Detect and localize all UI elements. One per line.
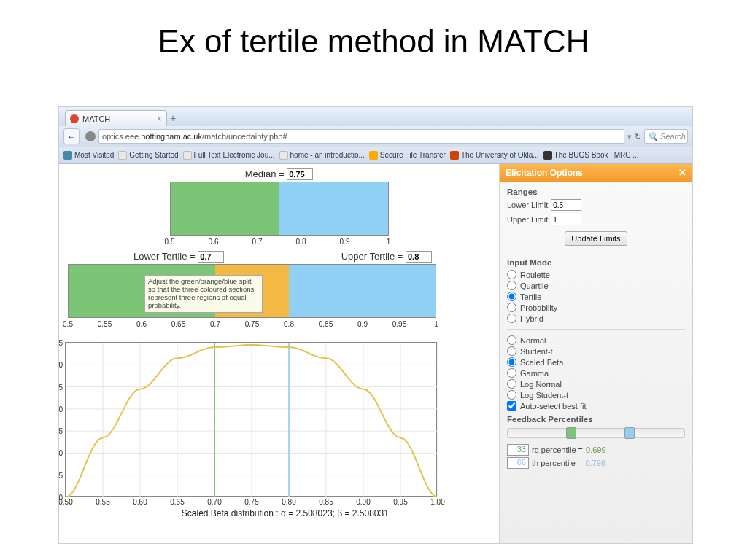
upper-tertile-label: Upper Tertile = (341, 251, 403, 262)
radio-input[interactable] (507, 335, 516, 345)
tertile-blue-segment[interactable] (289, 265, 436, 317)
auto-select-fit[interactable]: Auto-select best fit (507, 401, 685, 411)
percentile-slider[interactable] (507, 428, 685, 438)
slide-title: Ex of tertile method in MATCH (0, 0, 747, 66)
dist-gamma[interactable]: Gamma (507, 368, 685, 378)
median-band[interactable] (170, 182, 389, 236)
dist-scaled-beta[interactable]: Scaled Beta (507, 357, 685, 367)
input-mode-title: Input Mode (507, 258, 685, 267)
dist-normal[interactable]: Normal (507, 335, 685, 345)
mode-quartile[interactable]: Quartile (507, 281, 685, 290)
bookmark-item[interactable]: Getting Started (118, 151, 178, 160)
mode-roulette[interactable]: Roulette (507, 270, 685, 279)
bookmark-most-visited[interactable]: Most Visited (63, 151, 114, 160)
bookmark-item[interactable]: The BUGS Book | MRC ... (543, 151, 639, 160)
ranges-title: Ranges (507, 187, 685, 196)
upper-tertile-input[interactable] (406, 251, 432, 262)
tertile-tooltip: Adjust the green/orange/blue split so th… (144, 275, 263, 313)
site-icon (450, 151, 459, 160)
page-icon (63, 151, 72, 160)
options-sidebar: Elicitation Options ✕ Ranges Lower Limit… (499, 164, 692, 543)
radio-input[interactable] (507, 292, 516, 301)
pct1-suffix: rd percentile = (532, 446, 583, 454)
x-tick-label: 0.60 (133, 498, 147, 506)
radio-input[interactable] (507, 368, 516, 378)
y-tick-label: 0.5 (58, 471, 63, 479)
y-tick-label: 1.0 (58, 449, 63, 457)
dist-log-normal[interactable]: Log Normal (507, 379, 685, 389)
mode-probability[interactable]: Probability (507, 303, 685, 312)
page-icon (183, 151, 192, 160)
bookmark-item[interactable]: Full Text Electronic Jou... (183, 151, 275, 160)
slider-handle-lower[interactable] (566, 427, 576, 439)
panel-close-icon[interactable]: ✕ (678, 167, 686, 178)
slider-handle-upper[interactable] (624, 427, 635, 439)
median-label: Median = (245, 168, 285, 179)
mode-hybrid[interactable]: Hybrid (507, 314, 685, 323)
tab-close-icon[interactable]: × (157, 114, 162, 124)
x-tick-label: 0.90 (356, 498, 370, 506)
mode-tertile[interactable]: Tertile (507, 292, 685, 301)
distribution-caption: Scaled Beta distribution : α = 2.508023;… (80, 508, 493, 518)
pct1-input[interactable]: 33 (507, 444, 529, 456)
dist-student-t[interactable]: Student-t (507, 346, 685, 356)
update-limits-button[interactable]: Update Limits (565, 231, 627, 246)
median-green-segment[interactable] (171, 182, 279, 235)
x-tick-label: 0.65 (170, 498, 184, 506)
pct1-value: 0.699 (586, 446, 606, 454)
pct2-suffix: th percentile = (532, 459, 582, 467)
browser-window: MATCH × + ← optics.eee.nottingham.ac.uk/… (58, 106, 693, 544)
x-tick-label: 0.80 (282, 498, 295, 506)
site-identity-icon[interactable] (85, 131, 96, 141)
page-icon (279, 151, 288, 160)
bookmark-item[interactable]: Secure File Transfer (369, 151, 446, 160)
divider (507, 252, 685, 252)
radio-input[interactable] (507, 346, 516, 356)
arrow-icon (369, 151, 378, 160)
browser-tab[interactable]: MATCH × (65, 110, 167, 126)
slide-root: Ex of tertile method in MATCH MATCH × + … (0, 0, 747, 560)
tab-favicon-icon (70, 114, 79, 123)
bookmark-item[interactable]: home - an introductio... (279, 151, 365, 160)
pct2-input[interactable]: 66 (507, 457, 529, 469)
median-input[interactable] (287, 168, 313, 180)
radio-input[interactable] (507, 357, 516, 367)
reload-button[interactable]: ↻ (635, 132, 641, 141)
x-tick-label: 0.55 (96, 498, 109, 506)
density-chart: 0.00.51.01.52.02.53.03.50.500.550.600.65… (65, 342, 437, 497)
x-tick-label: 0.95 (393, 498, 407, 506)
bookmark-bar: Most Visited Getting Started Full Text E… (59, 147, 692, 164)
back-button[interactable]: ← (63, 128, 80, 144)
radio-input[interactable] (507, 314, 516, 323)
url-input[interactable]: optics.eee.nottingham.ac.uk/match/uncert… (98, 129, 624, 144)
radio-input[interactable] (507, 270, 516, 279)
radio-input[interactable] (507, 281, 516, 290)
main-panel: Median = 0.50.60.70.80.91 Lower Tertile … (59, 164, 499, 543)
upper-limit-input[interactable] (551, 214, 581, 225)
lower-limit-input[interactable] (551, 199, 581, 211)
search-placeholder: Search (660, 132, 686, 141)
dropdown-icon[interactable]: ▾ (627, 132, 632, 141)
checkbox-input[interactable] (507, 401, 516, 411)
url-text: optics.eee.nottingham.ac.uk/match/uncert… (102, 132, 287, 141)
tertile-axis: 0.50.550.60.650.70.750.80.850.90.951 (68, 320, 436, 329)
y-tick-label: 3.0 (58, 361, 63, 369)
radio-input[interactable] (507, 303, 516, 312)
upper-limit-label: Upper Limit (507, 215, 548, 224)
radio-input[interactable] (507, 379, 516, 389)
tertile-band[interactable]: Adjust the green/orange/blue split so th… (68, 264, 436, 318)
x-tick-label: 0.75 (244, 498, 258, 506)
median-blue-segment[interactable] (279, 182, 388, 235)
site-icon (543, 151, 552, 160)
lower-tertile-input[interactable] (198, 251, 224, 262)
percentile-row-2: 66 th percentile = 0.798 (507, 457, 685, 469)
radio-input[interactable] (507, 390, 516, 400)
dist-log-student-t[interactable]: Log Student-t (507, 390, 685, 400)
panel-title: Elicitation Options (506, 168, 583, 178)
y-tick-label: 2.0 (58, 405, 63, 413)
y-tick-label: 2.5 (58, 383, 63, 391)
x-tick-label: 0.50 (58, 498, 72, 506)
search-box[interactable]: 🔍 Search (644, 129, 688, 144)
bookmark-item[interactable]: The University of Okla... (450, 151, 539, 160)
new-tab-button[interactable]: + (170, 112, 176, 124)
